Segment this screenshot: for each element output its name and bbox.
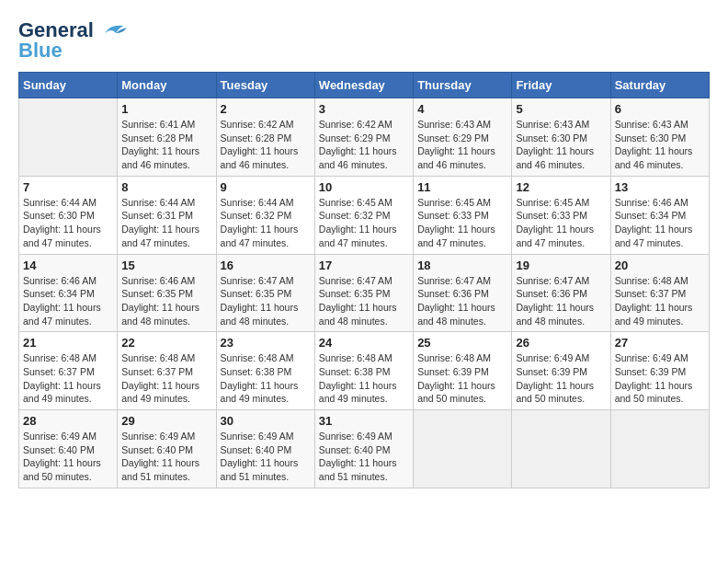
day-info: Sunrise: 6:46 AMSunset: 6:34 PMDaylight:… — [23, 274, 113, 328]
weekday-header-tuesday: Tuesday — [216, 73, 314, 98]
day-number: 5 — [516, 102, 606, 116]
day-number: 8 — [121, 180, 211, 194]
calendar-week-3: 14Sunrise: 6:46 AMSunset: 6:34 PMDayligh… — [19, 254, 710, 332]
day-number: 10 — [319, 180, 409, 194]
day-number: 18 — [417, 259, 507, 272]
calendar-cell: 12Sunrise: 6:45 AMSunset: 6:33 PMDayligh… — [512, 176, 610, 254]
day-info: Sunrise: 6:43 AMSunset: 6:30 PMDaylight:… — [615, 118, 705, 172]
day-info: Sunrise: 6:41 AMSunset: 6:28 PMDaylight:… — [121, 118, 211, 172]
logo: General Blue — [18, 18, 127, 63]
calendar-cell: 5Sunrise: 6:43 AMSunset: 6:30 PMDaylight… — [512, 98, 610, 177]
day-number: 16 — [221, 259, 311, 272]
day-number: 2 — [221, 102, 311, 116]
calendar-cell: 2Sunrise: 6:42 AMSunset: 6:28 PMDaylight… — [216, 98, 314, 177]
day-number: 31 — [319, 414, 409, 428]
calendar-cell: 29Sunrise: 6:49 AMSunset: 6:40 PMDayligh… — [118, 410, 216, 488]
calendar-cell: 24Sunrise: 6:48 AMSunset: 6:38 PMDayligh… — [314, 332, 413, 410]
day-info: Sunrise: 6:42 AMSunset: 6:28 PMDaylight:… — [221, 118, 311, 172]
calendar-cell: 21Sunrise: 6:48 AMSunset: 6:37 PMDayligh… — [19, 332, 118, 410]
calendar-week-5: 28Sunrise: 6:49 AMSunset: 6:40 PMDayligh… — [19, 410, 710, 488]
day-number: 1 — [121, 102, 211, 116]
day-info: Sunrise: 6:45 AMSunset: 6:33 PMDaylight:… — [417, 196, 507, 250]
logo-bird-icon — [97, 20, 127, 40]
day-number: 4 — [417, 102, 507, 116]
day-info: Sunrise: 6:47 AMSunset: 6:36 PMDaylight:… — [417, 274, 507, 328]
weekday-header-sunday: Sunday — [19, 73, 118, 98]
day-number: 23 — [221, 336, 311, 350]
day-info: Sunrise: 6:49 AMSunset: 6:40 PMDaylight:… — [121, 430, 211, 484]
day-info: Sunrise: 6:43 AMSunset: 6:29 PMDaylight:… — [417, 118, 507, 172]
day-number: 11 — [417, 180, 507, 194]
day-number: 17 — [319, 259, 409, 272]
day-info: Sunrise: 6:48 AMSunset: 6:37 PMDaylight:… — [615, 274, 705, 328]
calendar-cell: 19Sunrise: 6:47 AMSunset: 6:36 PMDayligh… — [512, 254, 610, 332]
day-number: 13 — [615, 180, 705, 194]
calendar-cell — [414, 410, 512, 488]
day-info: Sunrise: 6:49 AMSunset: 6:40 PMDaylight:… — [319, 430, 409, 484]
calendar-cell: 1Sunrise: 6:41 AMSunset: 6:28 PMDaylight… — [118, 98, 216, 177]
day-number: 29 — [121, 414, 211, 428]
weekday-header-monday: Monday — [118, 73, 216, 98]
calendar-cell: 25Sunrise: 6:48 AMSunset: 6:39 PMDayligh… — [414, 332, 512, 410]
day-number: 30 — [221, 414, 311, 428]
logo-text-blue: Blue — [18, 39, 63, 63]
weekday-header-saturday: Saturday — [610, 73, 709, 98]
day-number: 6 — [615, 102, 705, 116]
calendar-cell: 9Sunrise: 6:44 AMSunset: 6:32 PMDaylight… — [216, 176, 314, 254]
day-number: 27 — [615, 336, 705, 350]
day-info: Sunrise: 6:47 AMSunset: 6:35 PMDaylight:… — [319, 274, 409, 328]
calendar-week-2: 7Sunrise: 6:44 AMSunset: 6:30 PMDaylight… — [19, 176, 710, 254]
day-info: Sunrise: 6:47 AMSunset: 6:36 PMDaylight:… — [516, 274, 606, 328]
calendar-cell: 23Sunrise: 6:48 AMSunset: 6:38 PMDayligh… — [216, 332, 314, 410]
day-number: 19 — [516, 259, 606, 272]
calendar-cell: 13Sunrise: 6:46 AMSunset: 6:34 PMDayligh… — [610, 176, 709, 254]
day-number: 9 — [221, 180, 311, 194]
day-info: Sunrise: 6:42 AMSunset: 6:29 PMDaylight:… — [319, 118, 409, 172]
day-number: 3 — [319, 102, 409, 116]
calendar-cell: 15Sunrise: 6:46 AMSunset: 6:35 PMDayligh… — [118, 254, 216, 332]
calendar-cell: 17Sunrise: 6:47 AMSunset: 6:35 PMDayligh… — [314, 254, 413, 332]
calendar-cell: 16Sunrise: 6:47 AMSunset: 6:35 PMDayligh… — [216, 254, 314, 332]
day-info: Sunrise: 6:48 AMSunset: 6:37 PMDaylight:… — [23, 351, 113, 406]
calendar-cell: 6Sunrise: 6:43 AMSunset: 6:30 PMDaylight… — [610, 98, 709, 177]
day-info: Sunrise: 6:44 AMSunset: 6:30 PMDaylight:… — [23, 196, 113, 250]
weekday-header-row: SundayMondayTuesdayWednesdayThursdayFrid… — [19, 73, 710, 98]
day-info: Sunrise: 6:45 AMSunset: 6:32 PMDaylight:… — [319, 196, 409, 250]
calendar-week-1: 1Sunrise: 6:41 AMSunset: 6:28 PMDaylight… — [19, 98, 710, 177]
weekday-header-wednesday: Wednesday — [314, 73, 413, 98]
day-number: 7 — [23, 180, 113, 194]
day-info: Sunrise: 6:44 AMSunset: 6:32 PMDaylight:… — [221, 196, 311, 250]
day-number: 20 — [615, 259, 705, 272]
day-info: Sunrise: 6:47 AMSunset: 6:35 PMDaylight:… — [221, 274, 311, 328]
weekday-header-thursday: Thursday — [414, 73, 512, 98]
calendar-cell: 28Sunrise: 6:49 AMSunset: 6:40 PMDayligh… — [19, 410, 118, 488]
calendar-cell: 30Sunrise: 6:49 AMSunset: 6:40 PMDayligh… — [216, 410, 314, 488]
day-info: Sunrise: 6:43 AMSunset: 6:30 PMDaylight:… — [516, 118, 606, 172]
calendar-cell: 8Sunrise: 6:44 AMSunset: 6:31 PMDaylight… — [118, 176, 216, 254]
day-number: 12 — [516, 180, 606, 194]
calendar-cell: 3Sunrise: 6:42 AMSunset: 6:29 PMDaylight… — [314, 98, 413, 177]
day-number: 15 — [121, 259, 211, 272]
day-info: Sunrise: 6:48 AMSunset: 6:37 PMDaylight:… — [121, 351, 211, 406]
calendar-cell — [610, 410, 709, 488]
calendar-cell — [19, 98, 118, 177]
calendar-cell: 22Sunrise: 6:48 AMSunset: 6:37 PMDayligh… — [118, 332, 216, 410]
day-info: Sunrise: 6:46 AMSunset: 6:35 PMDaylight:… — [121, 274, 211, 328]
day-info: Sunrise: 6:44 AMSunset: 6:31 PMDaylight:… — [121, 196, 211, 250]
calendar-cell: 7Sunrise: 6:44 AMSunset: 6:30 PMDaylight… — [19, 176, 118, 254]
weekday-header-friday: Friday — [512, 73, 610, 98]
day-info: Sunrise: 6:48 AMSunset: 6:38 PMDaylight:… — [319, 351, 409, 406]
calendar-cell: 11Sunrise: 6:45 AMSunset: 6:33 PMDayligh… — [414, 176, 512, 254]
day-number: 22 — [121, 336, 211, 350]
day-info: Sunrise: 6:49 AMSunset: 6:39 PMDaylight:… — [615, 351, 705, 406]
calendar-cell: 4Sunrise: 6:43 AMSunset: 6:29 PMDaylight… — [414, 98, 512, 177]
day-info: Sunrise: 6:45 AMSunset: 6:33 PMDaylight:… — [516, 196, 606, 250]
calendar-cell: 20Sunrise: 6:48 AMSunset: 6:37 PMDayligh… — [610, 254, 709, 332]
day-number: 24 — [319, 336, 409, 350]
day-info: Sunrise: 6:46 AMSunset: 6:34 PMDaylight:… — [615, 196, 705, 250]
day-number: 14 — [23, 259, 113, 272]
calendar-cell — [512, 410, 610, 488]
page-header: General Blue — [18, 18, 710, 63]
calendar-table: SundayMondayTuesdayWednesdayThursdayFrid… — [18, 72, 710, 488]
day-info: Sunrise: 6:49 AMSunset: 6:40 PMDaylight:… — [221, 430, 311, 484]
